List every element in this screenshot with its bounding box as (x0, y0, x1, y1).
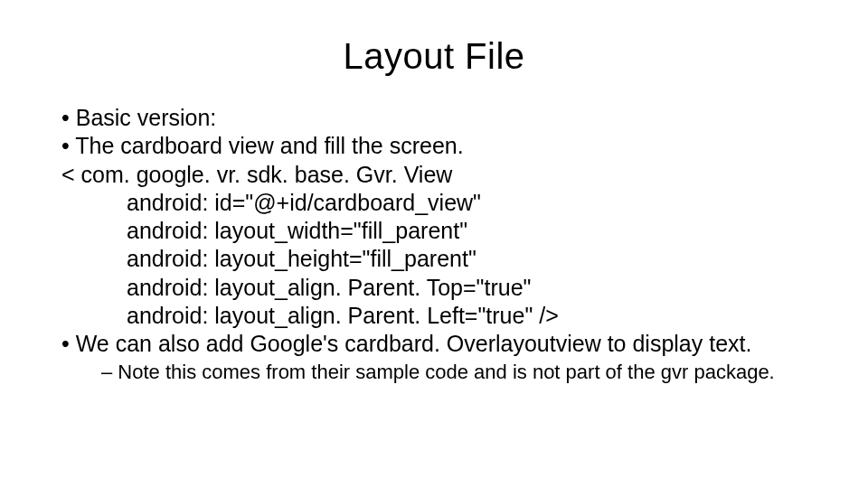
slide-title: Layout File (54, 36, 814, 77)
bullet-cardboard-view: The cardboard view and fill the screen. (54, 132, 814, 160)
sub-bullet-note: Note this comes from their sample code a… (54, 360, 814, 386)
code-line-height: android: layout_height="fill_parent" (54, 245, 814, 273)
code-line-align-left: android: layout_align. Parent. Left="tru… (54, 302, 814, 330)
code-line-width: android: layout_width="fill_parent" (54, 217, 814, 245)
slide-body: Basic version: The cardboard view and fi… (54, 104, 814, 386)
bullet-overlay-view: We can also add Google's cardbard. Overl… (54, 330, 814, 358)
slide: Layout File Basic version: The cardboard… (0, 0, 868, 488)
bullet-basic-version: Basic version: (54, 104, 814, 132)
code-line-open: < com. google. vr. sdk. base. Gvr. View (54, 161, 814, 189)
code-line-align-top: android: layout_align. Parent. Top="true… (54, 274, 814, 302)
code-line-id: android: id="@+id/cardboard_view" (54, 189, 814, 217)
